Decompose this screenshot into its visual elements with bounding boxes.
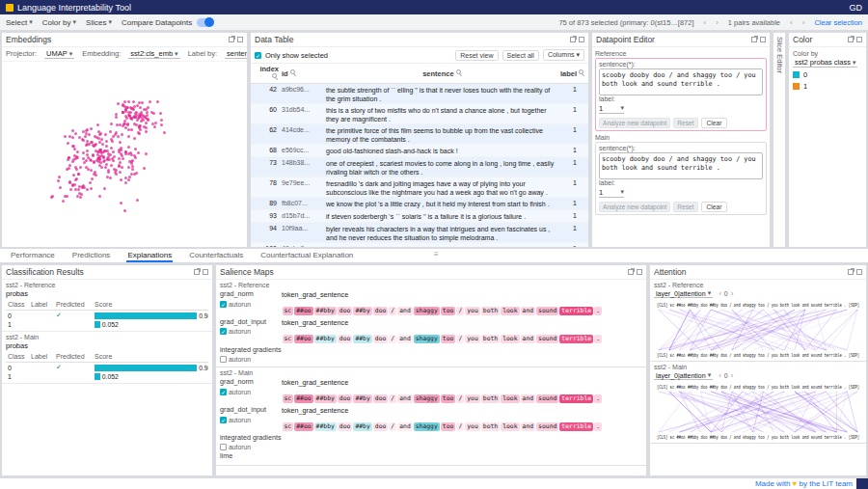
autorun-control[interactable]: autorun <box>220 444 642 450</box>
color-by-menu[interactable]: Color by▾ <box>42 18 76 27</box>
analyze-datapoint-button[interactable]: Analyze new datapoint <box>599 202 670 212</box>
autorun-control[interactable]: autorun <box>220 328 280 335</box>
table-row[interactable]: 10040abe9...nother parker 's ode to dono… <box>251 243 588 247</box>
layer-select[interactable]: layer_0|attention▾ <box>654 371 713 380</box>
slices-menu[interactable]: Slices▾ <box>86 18 112 27</box>
tab-counterfactual-explanation[interactable]: Counterfactual Explanation <box>259 249 354 262</box>
embedding-point <box>136 104 139 107</box>
autorun-checkbox[interactable] <box>220 301 227 308</box>
popout-icon[interactable] <box>848 37 854 42</box>
table-row[interactable]: 93d15b7d...if steven soderbergh 's `` so… <box>251 210 588 223</box>
sentence-textarea[interactable]: scooby dooby doo / and shaggy too / you … <box>599 152 763 179</box>
select-menu[interactable]: Select▾ <box>6 18 33 27</box>
autorun-control[interactable]: autorun <box>220 301 280 308</box>
embedding-point <box>145 126 148 129</box>
label-select[interactable]: 1▾ <box>599 188 624 198</box>
tab-predictions[interactable]: Predictions <box>71 249 112 262</box>
columns-button[interactable]: Columns ▾ <box>543 49 584 61</box>
toggle-icon[interactable] <box>197 18 214 27</box>
tab-explanations[interactable]: Explanations <box>126 249 173 262</box>
embedding-point <box>153 125 156 128</box>
attention-viz[interactable]: [CLS] sc ##oo ##bby doo ##by doo / and s… <box>654 299 862 359</box>
color-by-select[interactable]: sst2 probas class▾ <box>793 58 857 68</box>
embedding-point <box>132 100 135 103</box>
maximize-icon[interactable] <box>856 37 862 42</box>
table-row[interactable]: 73148b38...one of creepiest , scariest m… <box>251 157 588 177</box>
clear-button[interactable]: Clear <box>701 118 728 128</box>
maximize-icon[interactable] <box>637 269 642 275</box>
autorun-checkbox[interactable] <box>220 328 227 335</box>
embedding-point <box>131 168 134 171</box>
sentence-textarea[interactable]: scooby dooby doo / and shaggy too / you … <box>599 68 763 95</box>
drag-handle-icon[interactable]: ≡ <box>434 250 439 258</box>
popout-icon[interactable] <box>570 37 576 42</box>
table-row[interactable]: 68e569cc...good old-fashioned slash-and-… <box>251 145 588 157</box>
embedding-scatter[interactable] <box>2 62 247 247</box>
only-show-selected-checkbox[interactable] <box>255 52 261 59</box>
popout-icon[interactable] <box>194 269 200 275</box>
projector-select[interactable]: UMAP▾ <box>44 49 74 59</box>
embedding-point <box>146 111 149 114</box>
table-row[interactable]: 42a9bc96...the subtle strength of `` ell… <box>251 84 588 104</box>
autorun-checkbox[interactable] <box>220 444 227 450</box>
chevron-right-icon[interactable]: › <box>802 18 805 27</box>
search-icon[interactable] <box>579 69 585 76</box>
maximize-icon[interactable] <box>856 269 862 275</box>
autorun-checkbox[interactable] <box>220 356 227 363</box>
tab-performance[interactable]: Performance <box>10 249 56 262</box>
chevron-left-icon[interactable]: ‹ <box>790 18 793 27</box>
popout-icon[interactable] <box>229 37 234 42</box>
salience-maps-panel: Salience Maps sst2 - Reference grad_norm… <box>215 264 647 476</box>
popout-icon[interactable] <box>848 269 854 275</box>
chevron-down-icon: ▾ <box>620 188 624 197</box>
popout-icon[interactable] <box>628 269 634 275</box>
chevron-left-icon[interactable]: ‹ <box>704 18 707 27</box>
select-all-button[interactable]: Select all <box>502 50 539 61</box>
clear-selection-button[interactable]: Clear selection <box>814 18 862 27</box>
search-icon[interactable] <box>272 73 279 80</box>
maximize-icon[interactable] <box>760 37 766 42</box>
reset-button[interactable]: Reset <box>673 118 697 128</box>
autorun-checkbox[interactable] <box>220 417 227 423</box>
chevron-right-icon[interactable]: › <box>731 371 734 380</box>
embedding-point <box>105 145 108 148</box>
maximize-icon[interactable] <box>237 37 243 42</box>
chevron-right-icon[interactable]: › <box>731 289 734 298</box>
compare-datapoints-toggle[interactable]: Compare Datapoints <box>122 18 214 27</box>
slice-editor-collapsed[interactable]: Slice Editor <box>773 32 786 248</box>
reset-view-button[interactable]: Reset view <box>455 50 498 61</box>
maximize-icon[interactable] <box>579 37 584 42</box>
table-cell-id: a9bc96... <box>280 84 324 103</box>
salience-token: . <box>594 335 602 343</box>
embedding-point <box>104 166 107 169</box>
label-select[interactable]: 1▾ <box>599 104 624 114</box>
table-row[interactable]: 6031db54...this is a story of two misfit… <box>251 104 588 124</box>
autorun-checkbox[interactable] <box>220 389 227 395</box>
tab-counterfactuals[interactable]: Counterfactuals <box>188 249 244 262</box>
layer-select[interactable]: layer_0|attention▾ <box>654 289 713 298</box>
table-row[interactable]: 9410f9aa...byler reveals his characters … <box>251 223 588 243</box>
clear-button[interactable]: Clear <box>701 202 728 212</box>
attention-viz[interactable]: [CLS] sc ##oo ##bby doo ##by doo / and s… <box>654 381 862 441</box>
table-row[interactable]: 89fb8c07...we know the plot 's a little … <box>251 198 588 210</box>
autorun-control[interactable]: autorun <box>220 356 642 363</box>
popout-icon[interactable] <box>751 37 757 42</box>
attention-panel: Attention sst2 - Reference layer_0|atten… <box>649 264 867 476</box>
analyze-datapoint-button[interactable]: Analyze new datapoint <box>599 118 670 128</box>
autorun-control[interactable]: autorun <box>220 417 280 423</box>
table-row[interactable]: 62414cde...the primitive force of this f… <box>251 124 588 145</box>
chevron-left-icon[interactable]: ‹ <box>719 289 721 298</box>
salience-token: and <box>521 422 536 431</box>
table-cell-index: 60 <box>251 104 280 123</box>
chevron-right-icon[interactable]: › <box>716 18 719 27</box>
reset-button[interactable]: Reset <box>673 202 697 212</box>
table-row[interactable]: 789e79ee...fresnadillo 's dark and jolti… <box>251 177 588 198</box>
embedding-select[interactable]: sst2:cls_emb▾ <box>128 49 179 59</box>
autorun-control[interactable]: autorun <box>220 389 280 395</box>
chevron-left-icon[interactable]: ‹ <box>719 371 721 380</box>
label-by-select[interactable]: sentence▾ <box>225 49 248 59</box>
user-avatar[interactable]: GD <box>850 3 863 13</box>
search-icon[interactable] <box>290 69 297 76</box>
search-icon[interactable] <box>456 69 463 76</box>
maximize-icon[interactable] <box>203 269 208 275</box>
